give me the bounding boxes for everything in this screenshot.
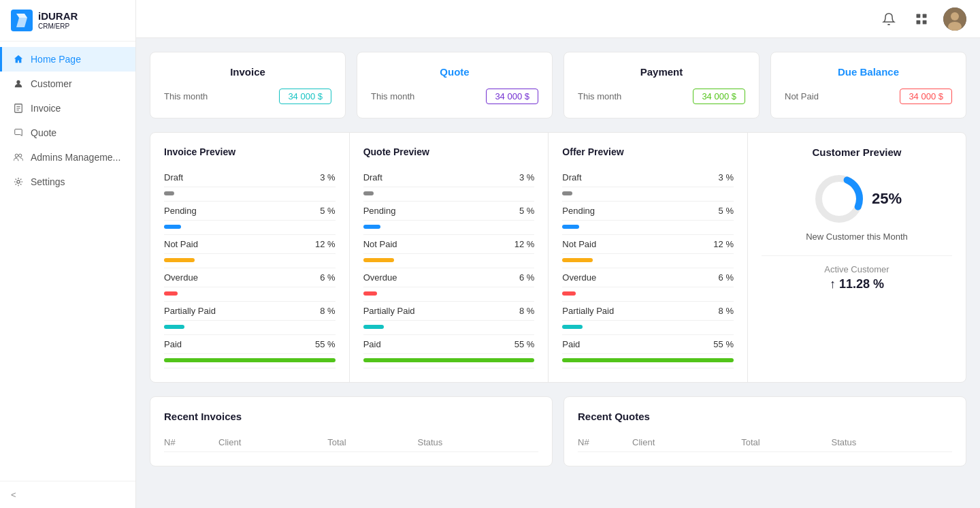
invoice-preview-title: Invoice Preview — [164, 146, 336, 157]
quote-value: 34 000 $ — [486, 89, 538, 104]
preview-row: Not Paid12 % — [562, 235, 734, 254]
topbar — [136, 0, 980, 38]
col-total: Total — [741, 433, 831, 452]
col-num: N# — [578, 433, 632, 452]
grid-icon[interactable] — [911, 8, 932, 30]
bar-partialpaid — [164, 325, 184, 329]
sidebar-item-admins-label: Admins Manageme... — [31, 152, 120, 163]
svg-point-3 — [16, 80, 20, 84]
sidebar-item-customer[interactable]: Customer — [0, 72, 135, 96]
payment-value: 34 000 $ — [693, 89, 745, 104]
recent-quotes-card: Recent Quotes N# Client Total Status — [564, 396, 966, 466]
sidebar: iDURAR CRM/ERP Home Page Customer Invoic… — [0, 0, 136, 508]
due-balance-label: Not Paid — [785, 91, 819, 101]
col-total: Total — [327, 433, 417, 452]
bar-overdue — [164, 291, 178, 296]
logo-name: iDURAR — [38, 11, 78, 22]
bar-paid — [164, 358, 336, 362]
quote-preview-title: Quote Preview — [363, 146, 535, 157]
preview-row: Draft3 % — [363, 168, 535, 187]
collapse-button[interactable]: < — [0, 481, 135, 508]
recent-quotes-table: N# Client Total Status — [578, 433, 952, 452]
svg-point-9 — [18, 154, 21, 157]
avatar[interactable] — [943, 7, 966, 31]
col-client: Client — [632, 433, 741, 452]
svg-point-16 — [951, 12, 959, 20]
quote-card-title: Quote — [371, 66, 538, 78]
invoice-card-title: Invoice — [164, 66, 331, 78]
quote-icon — [13, 127, 24, 138]
recent-invoices-table: N# Client Total Status — [164, 433, 538, 452]
col-status: Status — [831, 433, 952, 452]
preview-section: Invoice Preview Draft3 % Pending5 % Not … — [150, 132, 966, 383]
payment-card-title: Payment — [578, 66, 745, 78]
svg-rect-12 — [923, 14, 927, 18]
sidebar-item-invoice[interactable]: Invoice — [0, 96, 135, 121]
sidebar-item-customer-label: Customer — [31, 78, 72, 89]
due-balance-value: 34 000 $ — [900, 89, 952, 104]
recent-quotes-title: Recent Quotes — [578, 411, 952, 422]
due-balance-card: Due Balance Not Paid 34 000 $ — [770, 52, 966, 118]
due-balance-title: Due Balance — [785, 66, 952, 78]
sidebar-item-admins[interactable]: Admins Manageme... — [0, 145, 135, 170]
preview-row: Draft3 % — [562, 168, 734, 187]
payment-card: Payment This month 34 000 $ — [564, 52, 760, 118]
recent-invoices-title: Recent Invoices — [164, 411, 538, 422]
customer-preview-title: Customer Preview — [762, 146, 952, 158]
sidebar-item-settings-label: Settings — [31, 176, 65, 187]
new-customer-label: New Customer this Month — [762, 232, 952, 242]
donut-chart: 25% — [762, 172, 952, 226]
preview-row: Not Paid12 % — [164, 235, 336, 254]
invoice-preview-panel: Invoice Preview Draft3 % Pending5 % Not … — [150, 133, 350, 382]
preview-row: Pending5 % — [363, 202, 535, 221]
sidebar-item-quote[interactable]: Quote — [0, 121, 135, 145]
preview-row: Draft3 % — [164, 168, 336, 187]
svg-rect-13 — [917, 20, 921, 24]
invoice-icon — [13, 103, 24, 114]
recent-section: Recent Invoices N# Client Total Status R… — [150, 396, 966, 466]
home-icon — [13, 54, 24, 65]
customer-preview-panel: Customer Preview 25% New Customer this M… — [748, 133, 966, 382]
preview-row: Pending5 % — [562, 202, 734, 221]
logo-icon — [11, 10, 33, 31]
admins-icon — [13, 152, 24, 163]
notification-icon[interactable] — [878, 8, 900, 30]
sidebar-item-settings[interactable]: Settings — [0, 170, 135, 194]
sidebar-item-invoice-label: Invoice — [31, 103, 61, 114]
offer-preview-panel: Offer Preview Draft3 % Pending5 % Not Pa… — [549, 133, 748, 382]
logo[interactable]: iDURAR CRM/ERP — [0, 0, 135, 42]
preview-row: Not Paid12 % — [363, 235, 535, 254]
col-client: Client — [218, 433, 327, 452]
quote-card: Quote This month 34 000 $ — [357, 52, 553, 118]
sidebar-item-home[interactable]: Home Page — [0, 47, 135, 72]
preview-row: Paid55 % — [562, 335, 734, 354]
preview-row: Partially Paid8 % — [363, 302, 535, 321]
bar-pending — [164, 225, 181, 229]
col-status: Status — [417, 433, 538, 452]
svg-point-8 — [15, 154, 18, 157]
svg-rect-14 — [923, 20, 927, 24]
payment-label: This month — [578, 91, 621, 101]
invoice-card: Invoice This month 34 000 $ — [150, 52, 346, 118]
bar-notpaid — [164, 258, 195, 262]
offer-preview-title: Offer Preview — [562, 146, 734, 157]
sidebar-item-quote-label: Quote — [31, 127, 56, 138]
sidebar-item-home-label: Home Page — [31, 54, 81, 65]
invoice-label: This month — [164, 91, 208, 101]
active-customer-value: ↑ 11.28 % — [762, 277, 952, 291]
preview-row: Paid55 % — [164, 335, 336, 354]
quote-label: This month — [371, 91, 414, 101]
logo-subtitle: CRM/ERP — [38, 22, 78, 30]
preview-row: Partially Paid8 % — [164, 302, 336, 321]
preview-row: Paid55 % — [363, 335, 535, 354]
col-num: N# — [164, 433, 218, 452]
quote-preview-panel: Quote Preview Draft3 % Pending5 % Not Pa… — [350, 133, 549, 382]
svg-point-10 — [17, 180, 20, 183]
sidebar-nav: Home Page Customer Invoice Quote Admins … — [0, 42, 135, 481]
active-customer-label: Active Customer — [762, 264, 952, 274]
preview-row: Partially Paid8 % — [562, 302, 734, 321]
preview-row: Pending5 % — [164, 202, 336, 221]
main-content: Invoice This month 34 000 $ Quote This m… — [136, 38, 980, 508]
bar-draft — [164, 191, 174, 195]
customer-icon — [13, 78, 24, 89]
